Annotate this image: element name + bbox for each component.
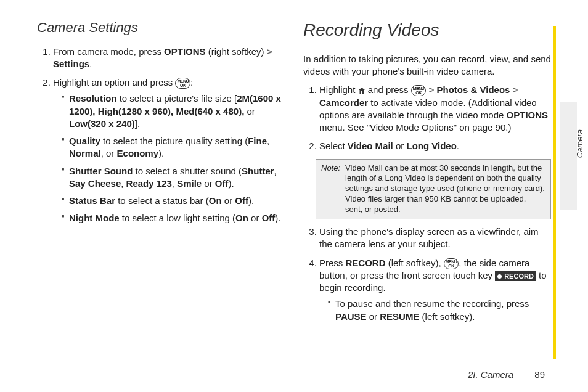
text: , <box>172 178 177 189</box>
text: or <box>244 106 255 116</box>
text: Press <box>319 258 346 268</box>
text: From camera mode, press <box>53 46 164 57</box>
substep-pause-resume: To pause and then resume the recording, … <box>328 298 551 323</box>
value: Fine <box>248 136 267 146</box>
page-number: 89 <box>534 369 545 380</box>
text: or <box>222 195 235 206</box>
heading-recording-videos: Recording Videos <box>303 18 551 42</box>
value: Smile <box>177 178 202 189</box>
right-column: Recording Videos In addition to taking p… <box>303 18 551 380</box>
option-list: Resolution to select a picture's file si… <box>53 92 285 224</box>
text: to select a shutter sound ( <box>133 166 242 176</box>
text: ]. <box>135 118 140 129</box>
video-mail-key: Video Mail <box>348 141 393 151</box>
label: Quality <box>69 136 100 146</box>
long-video-key: Long Video <box>406 141 456 151</box>
side-section-label: Camera <box>575 129 584 158</box>
text: to select the picture quality setting ( <box>100 136 248 146</box>
step-3: Using the phone's display screen as a vi… <box>319 226 551 251</box>
value: Off <box>215 178 229 189</box>
value: Off <box>262 213 276 223</box>
note-label: Note: <box>321 163 340 215</box>
recording-steps-cont: Using the phone's display screen as a vi… <box>303 226 551 323</box>
text: Select <box>319 141 348 151</box>
label: Night Mode <box>69 213 120 223</box>
gt-icon: > <box>429 84 435 95</box>
label: Resolution <box>69 93 117 104</box>
pause-key: PAUSE <box>335 311 367 322</box>
accent-rule <box>553 26 556 359</box>
step-1: Highlight and press MENUOK > Photos & Vi… <box>319 84 551 134</box>
record-touch-key-icon: RECORD <box>495 271 536 281</box>
text: (left softkey). <box>419 311 475 322</box>
home-icon <box>358 87 365 94</box>
step-1: From camera mode, press OPTIONS (right s… <box>53 46 285 71</box>
text: ). <box>158 148 164 158</box>
text: , <box>267 136 269 146</box>
note-box: Note: Video Mail can be at most 30 secon… <box>316 159 551 219</box>
text: . <box>457 141 459 151</box>
text: , <box>274 166 277 176</box>
text: . <box>89 59 92 69</box>
photos-videos-key: Photos & Videos <box>437 84 510 95</box>
resume-key: RESUME <box>380 311 419 322</box>
text: to select a status bar ( <box>115 195 209 206</box>
text: (left softkey), <box>386 258 444 268</box>
menu-ok-icon: MENUOK <box>444 258 459 269</box>
value: Low(320 x 240) <box>69 118 135 129</box>
text: : <box>190 77 193 88</box>
side-tab <box>560 102 577 210</box>
settings-key: Settings <box>53 59 89 69</box>
left-column: Camera Settings From camera mode, press … <box>37 18 285 380</box>
footer-section: 2I. Camera <box>468 369 513 380</box>
camcorder-key: Camcorder <box>319 97 368 108</box>
step-2: Select Video Mail or Long Video. <box>319 140 551 152</box>
value: Ready 123 <box>126 178 172 189</box>
gt-icon: > <box>513 84 518 95</box>
record-key: RECORD <box>346 258 386 268</box>
value: On <box>235 213 248 223</box>
recording-steps: Highlight and press MENUOK > Photos & Vi… <box>303 84 551 152</box>
value: Say Cheese <box>69 178 121 189</box>
text: or <box>202 178 215 189</box>
value: Shutter <box>242 166 274 176</box>
value: Economy <box>117 148 159 158</box>
option-quality: Quality to select the picture quality se… <box>62 135 285 160</box>
options-key: OPTIONS <box>507 110 549 120</box>
option-shutter-sound: Shutter Sound to select a shutter sound … <box>62 165 285 190</box>
camera-settings-steps: From camera mode, press OPTIONS (right s… <box>37 46 285 225</box>
page: Camera Settings From camera mode, press … <box>0 0 588 392</box>
text: or <box>367 311 380 322</box>
text: ). <box>248 195 254 206</box>
text: menu. See "Video Mode Options" on page 9… <box>319 122 511 133</box>
text: To pause and then resume the recording, … <box>335 298 529 309</box>
step-2: Highlight an option and press MENUOK: Re… <box>53 76 285 225</box>
option-resolution: Resolution to select a picture's file si… <box>62 92 285 130</box>
text: ). <box>275 213 280 223</box>
gt-icon: > <box>267 46 272 57</box>
text: ). <box>229 178 234 189</box>
value: Off <box>235 195 248 206</box>
text: Highlight <box>319 84 358 95</box>
menu-ok-icon: MENUOK <box>175 78 190 89</box>
option-night-mode: Night Mode to select a low light setting… <box>62 212 285 224</box>
page-footer: 2I. Camera 89 <box>468 369 545 380</box>
substeps: To pause and then resume the recording, … <box>319 298 551 323</box>
text: or <box>393 141 407 151</box>
options-key: OPTIONS <box>164 46 206 57</box>
option-status-bar: Status Bar to select a status bar (On or… <box>62 195 285 207</box>
text: and press <box>365 84 411 95</box>
label: Status Bar <box>69 195 115 206</box>
text: to select a low light setting ( <box>120 213 235 223</box>
text: , or <box>101 148 117 158</box>
heading-camera-settings: Camera Settings <box>37 18 285 37</box>
text: to select a picture's file size [ <box>117 93 237 104</box>
text: Highlight an option and press <box>53 77 175 88</box>
note-body: Video Mail can be at most 30 seconds in … <box>345 163 545 215</box>
intro-paragraph: In addition to taking pictures, you can … <box>303 53 551 78</box>
text: , <box>121 178 126 189</box>
value: Normal <box>69 148 101 158</box>
value: On <box>209 195 222 206</box>
text: or <box>248 213 262 223</box>
label: Shutter Sound <box>69 166 133 176</box>
